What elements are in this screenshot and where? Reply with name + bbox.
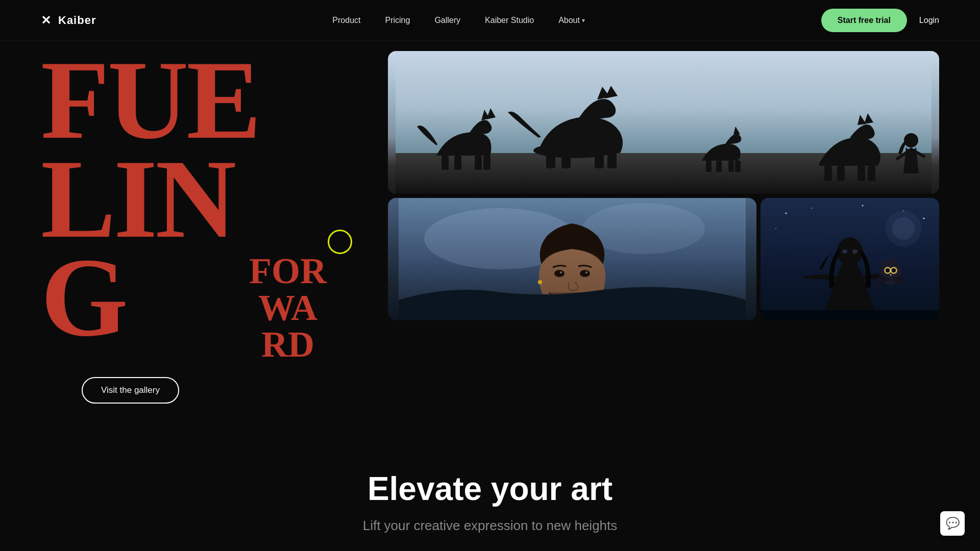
svg-point-26	[560, 271, 562, 273]
nav-item-product[interactable]: Product	[332, 16, 360, 25]
svg-rect-11	[706, 161, 712, 172]
gallery-wolves-image	[388, 51, 939, 194]
nav-item-studio[interactable]: Kaiber Studio	[485, 16, 534, 25]
svg-point-37	[892, 217, 915, 240]
svg-rect-13	[728, 161, 734, 172]
svg-rect-8	[454, 156, 461, 170]
hero-text: FUE LIN G FORWARD Visit the gallery	[41, 51, 357, 347]
nav-item-gallery[interactable]: Gallery	[434, 16, 460, 25]
nav-links: Product Pricing Gallery Kaiber Studio Ab…	[332, 16, 585, 25]
dark-figure-scene	[761, 198, 939, 320]
title-line1: FUE	[41, 51, 357, 150]
svg-point-27	[585, 271, 587, 273]
svg-point-44	[886, 268, 890, 272]
hero-gallery	[388, 51, 939, 320]
chat-icon[interactable]: 💬	[940, 511, 965, 536]
nav-link-studio[interactable]: Kaiber Studio	[485, 16, 534, 24]
svg-rect-12	[716, 161, 722, 172]
hero-section: FUE LIN G FORWARD Visit the gallery	[0, 41, 980, 378]
svg-rect-9	[475, 156, 482, 170]
svg-rect-10	[483, 156, 491, 170]
svg-point-31	[811, 208, 812, 209]
svg-point-24	[554, 270, 565, 277]
svg-rect-18	[868, 166, 875, 181]
logo-icon: ✕	[41, 13, 51, 28]
gallery-portrait-image	[388, 198, 756, 320]
svg-rect-16	[837, 166, 845, 181]
svg-rect-15	[824, 166, 832, 181]
login-button[interactable]: Login	[919, 16, 939, 25]
svg-point-39	[842, 249, 847, 254]
nav-link-about[interactable]: About ▾	[558, 16, 585, 25]
wolves-scene	[388, 51, 939, 194]
svg-rect-46	[761, 310, 939, 320]
start-trial-button[interactable]: Start free trial	[821, 9, 907, 32]
chat-icon-symbol: 💬	[946, 517, 960, 530]
nav-item-about[interactable]: About ▾	[558, 16, 585, 25]
logo-text: Kaiber	[58, 14, 96, 27]
chevron-down-icon: ▾	[582, 17, 585, 24]
svg-rect-5	[595, 151, 604, 168]
logo[interactable]: ✕ Kaiber	[41, 13, 96, 28]
svg-rect-7	[442, 156, 449, 170]
visit-gallery-wrapper: Visit the gallery	[82, 377, 179, 404]
svg-point-28	[538, 280, 542, 284]
forward-text: FORWARD	[249, 253, 327, 363]
svg-rect-3	[546, 151, 555, 168]
elevate-section: Elevate your art Lift your creative expr…	[0, 419, 980, 551]
nav-item-pricing[interactable]: Pricing	[385, 16, 410, 25]
nav-link-product[interactable]: Product	[332, 16, 360, 24]
svg-point-32	[862, 205, 864, 207]
portrait-scene	[388, 198, 756, 320]
nav-link-pricing[interactable]: Pricing	[385, 16, 410, 24]
svg-rect-6	[607, 151, 617, 168]
svg-point-45	[892, 268, 896, 272]
svg-point-34	[923, 218, 925, 219]
svg-rect-4	[561, 151, 571, 168]
svg-point-25	[580, 270, 590, 277]
elevate-subtitle: Lift your creative expression to new hei…	[41, 518, 939, 534]
elevate-title: Elevate your art	[41, 470, 939, 508]
svg-point-40	[852, 249, 857, 254]
nav-link-gallery[interactable]: Gallery	[434, 16, 460, 24]
visit-gallery-button[interactable]: Visit the gallery	[82, 377, 179, 404]
gallery-dark-figure-image	[761, 198, 939, 320]
svg-rect-14	[735, 161, 741, 172]
svg-point-30	[786, 213, 787, 214]
svg-point-35	[775, 228, 776, 229]
svg-rect-17	[857, 166, 865, 181]
nav-actions: Start free trial Login	[821, 9, 939, 32]
title-line2: LIN	[41, 150, 357, 249]
navbar: ✕ Kaiber Product Pricing Gallery Kaiber …	[0, 0, 980, 41]
main-content: FUE LIN G FORWARD Visit the gallery	[0, 0, 980, 551]
svg-point-38	[837, 237, 863, 266]
